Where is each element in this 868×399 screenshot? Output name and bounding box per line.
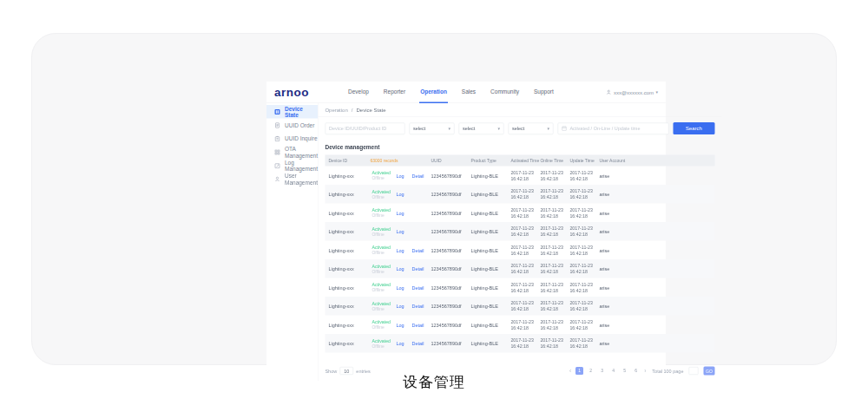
product-type-cell: Lighting-BLE <box>467 341 507 346</box>
backdrop-card: arnoo Develop Reporter Operation Sales C… <box>31 33 837 365</box>
user-account-cell: arise <box>595 210 628 215</box>
online-time-cell: 2017-11-2316:42:18 <box>536 263 566 275</box>
log-link[interactable]: Log <box>396 304 404 309</box>
sidebar-item-label: Log Management <box>285 159 318 172</box>
update-time-cell: 2017-11-2316:42:18 <box>566 318 595 330</box>
log-link[interactable]: Log <box>396 285 404 290</box>
filter-bar: select ▾ select ▾ select ▾ <box>325 122 714 134</box>
user-icon <box>274 176 280 182</box>
detail-link[interactable]: Detail <box>411 173 424 178</box>
filter-select-2[interactable]: select ▾ <box>458 122 503 134</box>
activated-time-cell: 2017-11-2316:42:18 <box>507 226 536 238</box>
breadcrumb: Operation / Device State <box>318 103 721 117</box>
activated-time-cell: 2017-11-2316:42:18 <box>507 318 536 330</box>
user-menu[interactable]: xxx@xxxxxx.com ▾ <box>606 89 658 95</box>
col-online-time: Online Time <box>536 158 566 163</box>
activated-time-cell: 2017-11-2316:42:18 <box>507 337 536 350</box>
sidebar-item-uuid-inquire[interactable]: UUID Inquire <box>266 132 318 146</box>
status-cell: Activated Offline <box>366 245 392 256</box>
user-account-label: xxx@xxxxxx.com <box>614 89 654 95</box>
log-link[interactable]: Log <box>396 229 404 234</box>
activated-time-cell: 2017-11-2316:42:18 <box>507 300 536 312</box>
online-time-cell: 2017-11-2316:42:18 <box>536 188 566 200</box>
nav-sales[interactable]: Sales <box>461 82 477 103</box>
device-id-cell: Lighting-xxx <box>325 247 366 252</box>
update-time-cell: 2017-11-2316:42:18 <box>566 226 595 238</box>
update-time-cell: 2017-11-2316:42:18 <box>566 263 595 275</box>
calendar-icon <box>562 126 567 131</box>
app-window: arnoo Develop Reporter Operation Sales C… <box>266 82 666 381</box>
status-cell: Activated Offline <box>366 300 392 311</box>
nav-community[interactable]: Community <box>490 82 520 103</box>
col-update-time: Update Time <box>566 158 595 163</box>
log-cell: Log <box>392 341 408 346</box>
log-cell: Log <box>392 322 408 327</box>
device-id-cell: Lighting-xxx <box>325 322 366 327</box>
detail-link[interactable]: Detail <box>411 285 424 290</box>
uuid-cell: 1234567890df <box>427 229 467 234</box>
breadcrumb-operation[interactable]: Operation <box>325 107 347 113</box>
detail-link[interactable]: Detail <box>411 304 424 309</box>
table-title: Device management <box>325 144 714 151</box>
log-link[interactable]: Log <box>396 247 404 252</box>
nav-reporter[interactable]: Reporter <box>383 82 406 103</box>
log-cell: Log <box>392 192 408 197</box>
arnoo-logo: arnoo <box>274 86 309 100</box>
update-time-cell: 2017-11-2316:42:18 <box>566 244 595 256</box>
col-device-id: Device ID <box>325 158 366 163</box>
update-time-cell: 2017-11-2316:42:18 <box>566 337 595 350</box>
detail-cell: Detail <box>408 173 427 178</box>
log-link[interactable]: Log <box>396 210 404 215</box>
sidebar-item-device-state[interactable]: Device State <box>266 105 318 119</box>
main-content: Operation / Device State select ▾ sel <box>318 103 721 381</box>
col-product-type: Product Type <box>467 158 507 163</box>
device-id-cell: Lighting-xxx <box>325 192 366 197</box>
device-id-cell: Lighting-xxx <box>325 173 366 178</box>
status-cell: Activated Offline <box>366 319 392 330</box>
table-row: Lighting-xxx Activated Offline Log Detai… <box>325 278 714 298</box>
device-search-input[interactable] <box>325 122 404 134</box>
detail-cell: Detail <box>408 285 427 290</box>
log-cell: Log <box>392 210 408 215</box>
table-row: Lighting-xxx Activated Offline Log Detai… <box>325 259 714 278</box>
filter-select-3[interactable]: select ▾ <box>508 122 553 134</box>
uuid-cell: 1234567890df <box>427 173 467 178</box>
log-cell: Log <box>392 229 408 234</box>
log-link[interactable]: Log <box>396 266 404 271</box>
uuid-cell: 1234567890df <box>427 322 467 327</box>
sidebar-item-log-management[interactable]: Log Management <box>266 159 318 173</box>
device-id-cell: Lighting-xxx <box>325 229 366 234</box>
search-button[interactable]: Search <box>673 122 714 134</box>
detail-link[interactable]: Detail <box>411 322 424 327</box>
log-cell: Log <box>392 304 408 309</box>
sidebar-item-ota-management[interactable]: OTA Management <box>266 146 318 160</box>
online-time-cell: 2017-11-2316:42:18 <box>536 281 566 293</box>
edit-icon <box>274 162 280 168</box>
detail-cell: Detail <box>408 341 427 346</box>
detail-cell: Detail <box>408 247 427 252</box>
table-row: Lighting-xxx Activated Offline Log Detai… <box>325 297 714 316</box>
filter-select-1[interactable]: select ▾ <box>409 122 454 134</box>
online-time-cell: 2017-11-2316:42:18 <box>536 226 566 238</box>
device-id-cell: Lighting-xxx <box>325 210 366 215</box>
product-type-cell: Lighting-BLE <box>467 322 507 327</box>
detail-link[interactable]: Detail <box>411 341 424 346</box>
nav-operation[interactable]: Operation <box>419 82 448 103</box>
nav-develop[interactable]: Develop <box>347 82 370 103</box>
sidebar-item-user-management[interactable]: User Management <box>266 173 318 186</box>
log-link[interactable]: Log <box>396 192 404 197</box>
detail-link[interactable]: Detail <box>411 247 424 252</box>
log-link[interactable]: Log <box>396 341 404 346</box>
log-link[interactable]: Log <box>396 322 404 327</box>
date-range-input[interactable]: Activated / On-Line / Update time <box>557 122 668 134</box>
detail-link[interactable]: Detail <box>411 266 424 271</box>
sidebar-item-uuid-order[interactable]: UUID Order <box>266 119 318 133</box>
chevron-down-icon: ▾ <box>655 90 658 95</box>
nav-support[interactable]: Support <box>533 82 555 103</box>
log-link[interactable]: Log <box>396 173 404 178</box>
device-id-cell: Lighting-xxx <box>325 341 366 346</box>
uuid-cell: 1234567890df <box>427 192 467 197</box>
table-row: Lighting-xxx Activated Offline Log Detai… <box>325 334 714 353</box>
product-type-cell: Lighting-BLE <box>467 229 507 234</box>
dashboard-icon <box>274 108 280 114</box>
